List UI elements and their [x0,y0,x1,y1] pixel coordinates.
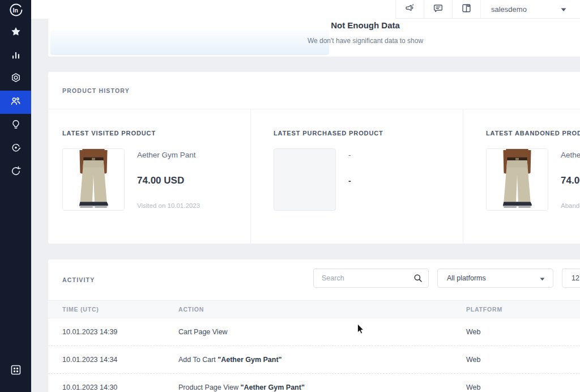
star-icon [10,25,22,40]
product-price: - [348,176,351,185]
activity-card: ACTIVITY All platforms 12.1 [48,259,580,392]
cell-action: Cart Page View [178,328,466,336]
cell-action: Add To Cart "Aether Gym Pant" [178,356,466,364]
sidebar-item-apps[interactable] [0,363,31,379]
apps-grid-icon [9,363,23,379]
main-content: Not Enough Data We don't have significan… [31,0,580,392]
date-filter-value: 12.1 [572,274,580,282]
insider-logo: In [8,2,23,19]
cell-time: 10.01.2023 14:30 [62,384,178,391]
sidebar-item-favorites[interactable] [0,21,31,44]
sidebar-nav [0,21,31,184]
product-name: Aether Gym Pant [561,151,580,159]
product-image [62,148,125,211]
audience-people-icon [9,95,22,110]
product-meta: Abandoned on 10.01.2023 [561,202,580,210]
sidebar-item-insights[interactable] [0,114,31,137]
table-row: 10.01.2023 14:34 Add To Cart "Aether Gym… [48,346,580,374]
workspace-dropdown[interactable]: salesdemo [480,0,580,19]
product-history-card: PRODUCT HISTORY LATEST VISITED PRODUCT [48,72,580,244]
target-eye-icon [10,142,22,156]
product-image [486,148,548,211]
product-info: Aether Gym Pant 74.00 USD Visited on 10.… [137,148,200,211]
chat-icon [433,3,443,16]
product-image-placeholder [274,148,336,211]
product-info: Aether Gym Pant 74.00 USD Abandoned on 1… [561,148,580,211]
product-info: - - [348,148,351,211]
chevron-down-icon [561,4,566,14]
column-header-platform: PLATFORM [466,306,580,313]
product-name: Aether Gym Pant [137,151,200,159]
not-enough-data-title: Not Enough Data [48,20,580,30]
lightbulb-icon [10,118,22,133]
docs-button[interactable] [452,0,480,19]
date-range-filter[interactable]: 12.1 [562,269,580,288]
svg-text:In: In [12,7,18,14]
activity-table: TIME (UTC) ACTION PLATFORM 10.01.2023 14… [48,300,580,392]
activity-header: ACTIVITY All platforms 12.1 [48,259,580,300]
product-box-icon [10,72,22,87]
product-row: Aether Gym Pant 74.00 USD Visited on 10.… [62,148,250,211]
platform-filter-value: All platforms [447,274,486,282]
product-meta: Visited on 10.01.2023 [137,202,200,210]
sidebar-item-audience[interactable] [0,91,31,114]
sidebar-item-journeys[interactable] [0,137,31,160]
product-row: - - [274,148,463,211]
sidebar-item-products[interactable] [0,67,31,91]
refresh-icon [10,165,22,180]
product-history-title: PRODUCT HISTORY [62,87,130,94]
cell-platform: Web [466,384,580,391]
card-label: LATEST ABANDONED PRODUCT [486,130,580,137]
sidebar-item-refresh[interactable] [0,160,31,184]
announcements-button[interactable] [395,0,424,19]
product-price: 74.00 USD [137,175,200,186]
product-price: 74.00 USD [561,175,580,186]
bar-chart-icon [10,49,22,63]
column-header-action: ACTION [178,306,466,313]
feedback-chat-button[interactable] [424,0,452,19]
topbar: salesdemo [31,0,580,19]
latest-purchased-product: LATEST PURCHASED PRODUCT - - [251,109,463,244]
activity-search [313,269,429,288]
cell-time: 10.01.2023 14:39 [62,328,178,336]
workspace-name: salesdemo [491,5,561,14]
sidebar: In [0,0,31,392]
latest-abandoned-product: LATEST ABANDONED PRODUCT [463,109,580,244]
cell-time: 10.01.2023 14:34 [62,356,178,364]
not-enough-data-subtitle: We don't have significant data to show [48,37,580,45]
sidebar-item-home[interactable]: In [0,1,31,20]
table-row: 10.01.2023 14:39 Cart Page View Web [48,318,580,346]
search-input[interactable] [313,269,429,288]
chevron-down-icon [540,273,545,283]
card-label: LATEST VISITED PRODUCT [62,130,250,137]
latest-visited-product: LATEST VISITED PRODUCT [48,109,251,244]
product-name: - [348,151,351,159]
activity-title: ACTIVITY [62,276,95,283]
product-meta [348,202,351,210]
product-history-columns: LATEST VISITED PRODUCT [48,109,580,244]
card-label: LATEST PURCHASED PRODUCT [274,130,463,137]
cell-action: Product Page View "Aether Gym Pant" [178,384,466,391]
product-history-header: PRODUCT HISTORY [48,72,580,109]
cell-platform: Web [466,356,580,364]
cell-platform: Web [466,328,580,336]
product-row: Aether Gym Pant 74.00 USD Abandoned on 1… [486,148,580,211]
table-header-row: TIME (UTC) ACTION PLATFORM [48,300,580,318]
table-row: 10.01.2023 14:30 Product Page View "Aeth… [48,374,580,392]
docs-book-icon [461,3,472,16]
sidebar-item-analytics[interactable] [0,44,31,67]
announcement-icon [404,3,415,16]
column-header-time: TIME (UTC) [62,306,178,313]
search-icon[interactable] [413,274,423,285]
platform-filter-dropdown[interactable]: All platforms [437,269,553,288]
